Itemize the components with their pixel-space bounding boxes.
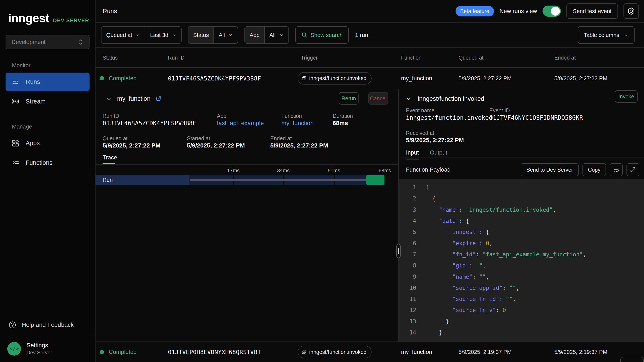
event-detail-panel: inngest/function.invoked Invoke Event na… [399,89,644,342]
dev-server-tag: DEV SERVER [53,17,89,23]
time-range-value: Last 3d [150,32,168,38]
code-line: 10 "source_app_id": "", [399,282,644,294]
new-runs-view-label: New runs view [500,8,537,14]
code-glyph: </> [10,346,18,352]
time-field-value: Queued at [106,32,132,38]
app-label: App [217,113,226,119]
code-line: 11 "source_fn_id": "", [399,294,644,305]
rerun-button[interactable]: Rerun [339,92,358,105]
beta-feature-badge: Beta feature [456,6,494,16]
help-icon [8,321,16,329]
run-detail-split: my_function Rerun Cancel Run ID 01JTVF46… [96,89,644,342]
payload-title: Function Payload [406,167,451,173]
code-line: 14 }, [399,327,644,338]
event-name-value: inngest/function.invoked [406,114,492,121]
run-count: 1 run [355,32,368,38]
table-columns-label: Table columns [584,32,619,38]
search-icon [301,32,308,38]
trace-run-row[interactable]: Run [96,175,385,185]
trigger-pill[interactable]: inngest/function.invoked [298,346,372,358]
send-to-dev-server-button[interactable]: Send to Dev Server [521,163,578,176]
cancel-button[interactable]: Cancel [368,92,388,105]
invoke-button[interactable]: Invoke [615,90,638,103]
monitor-section-label: Monitor [12,62,95,69]
trigger-pill[interactable]: inngest/function.invoked [298,72,372,85]
new-runs-view-toggle[interactable] [542,5,561,17]
event-header: inngest/function.invoked [406,95,484,102]
app-link[interactable]: fast_api_example [217,120,264,127]
table-row[interactable]: Completed 01JTVF46SA5ZCDK4YPFSPV3B8F inn… [96,68,644,89]
time-field-select[interactable]: Queued at [102,27,145,43]
run-detail-header: my_function [106,95,162,102]
sidebar-footer: Help and Feedback </> Settings Dev Serve… [0,315,95,362]
send-test-event-button[interactable]: Send test event [566,3,618,19]
sidebar-item-runs[interactable]: Runs [6,73,90,91]
queued-at-value: 5/9/2025, 2:27:22 PM [458,75,512,82]
environment-select[interactable]: Development [6,35,90,49]
sidebar-item-label: Functions [26,159,52,166]
tab-trace[interactable]: Trace [102,154,117,164]
app-filter-select[interactable]: All [264,27,288,43]
status-cell: Completed [100,349,137,355]
timeline-tick: 68ms [378,168,391,174]
column-ended-at: Ended at [554,55,576,61]
trigger-name: inngest/function.invoked [309,349,366,355]
run-id-value: 01JTVF46SA5ZCDK4YPFSPV3B8F [102,120,196,127]
sidebar-item-stream[interactable]: Stream [6,92,90,111]
main-area: Runs Beta feature New runs view Send tes… [96,0,644,362]
external-link-icon[interactable] [156,96,162,102]
panel-resize-handle[interactable] [396,244,401,258]
started-at-label: Started at [187,135,210,142]
column-status: Status [102,55,118,61]
trace-timeline [189,175,385,185]
code-line: 9 "name": "", [399,271,644,282]
sidebar-item-label: Stream [26,98,46,105]
code-line: 5 "_inngest": { [399,226,644,238]
sidebar-item-apps[interactable]: Apps [6,134,90,152]
code-line: 4 "data": { [399,215,644,226]
ended-at-value: 5/9/2025, 2:19:37 PM [554,349,608,355]
trigger-name: inngest/function.invoked [309,75,366,81]
queued-at-value: 5/9/2025, 2:27:22 PM [102,142,160,149]
table-columns-button[interactable]: Table columns [578,26,634,44]
queued-at-label: Queued at [102,135,128,142]
help-and-feedback[interactable]: Help and Feedback [0,315,95,336]
status-dot-icon [100,350,104,354]
manage-section-label: Manage [12,123,95,130]
functions-icon [12,159,19,167]
corner-button[interactable] [620,357,644,362]
sidebar-item-functions[interactable]: Functions [6,154,90,172]
function-name: my_function [401,75,432,82]
timeline-tick: 17ms [227,168,240,174]
tabs-divider [399,158,644,158]
received-at-value: 5/9/2025, 2:27:22 PM [406,137,464,144]
code-line: 7 "fn_id": "fast_api_example-my_function… [399,249,644,260]
inngest-wordmark: inngest [8,11,49,25]
status-filter: Status All [188,26,238,44]
table-row[interactable]: Completed 01JTVEP0H8EVDNYXH68QRSTVBT inn… [96,342,644,362]
payload-code-editor[interactable]: 1[2 {3 "name": "inngest/function.invoked… [399,179,644,342]
copy-button[interactable]: Copy [582,163,606,176]
event-icon [302,350,306,355]
runs-icon [12,78,19,86]
function-link[interactable]: my_function [282,120,314,127]
settings-entry[interactable]: </> Settings Dev Server [0,336,95,362]
run-id-label: Run ID [102,113,119,119]
settings-gear-button[interactable] [624,3,639,19]
show-search-button[interactable]: Show search [295,26,349,44]
app-root: inngest DEV SERVER Development Monitor R… [0,0,644,362]
status-dot-icon [100,76,104,80]
time-range-select[interactable]: Last 3d [145,27,181,43]
sidebar-item-label: Runs [26,78,40,85]
app-filter: App All [244,26,289,44]
status-filter-select[interactable]: All [214,27,238,43]
collapse-chevron-icon[interactable] [106,96,112,102]
word-wrap-button[interactable] [610,163,623,176]
status-filter-label: Status [188,27,214,43]
column-run-id: Run ID [168,55,184,61]
updown-chevron-icon [78,39,84,45]
collapse-chevron-icon[interactable] [406,96,412,102]
expand-button[interactable] [626,163,639,176]
run-id: 01JTVF46SA5ZCDK4YPFSPV3B8F [168,75,261,82]
trace-run-label: Run [102,177,113,183]
